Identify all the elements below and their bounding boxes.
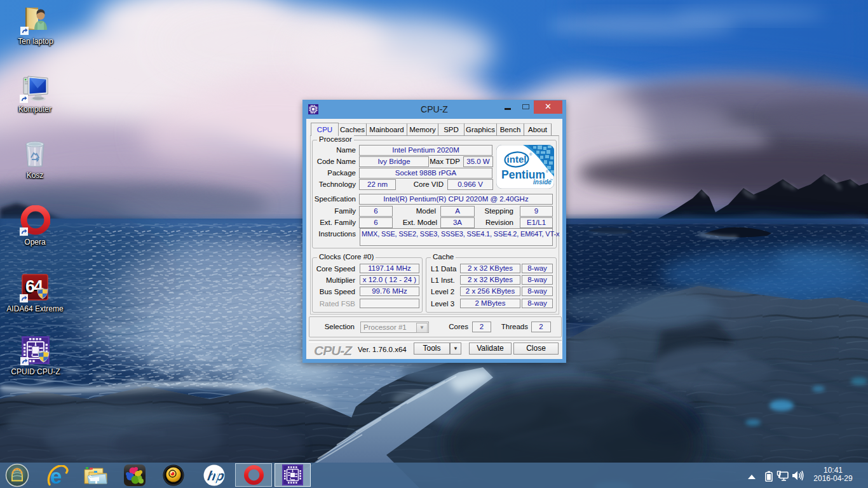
svg-text:™: ™ (550, 178, 553, 182)
svg-text:intel: intel (507, 154, 527, 165)
svg-text:inside: inside (533, 179, 552, 186)
svg-text:®: ® (546, 170, 548, 173)
svg-text:®: ® (529, 152, 532, 156)
